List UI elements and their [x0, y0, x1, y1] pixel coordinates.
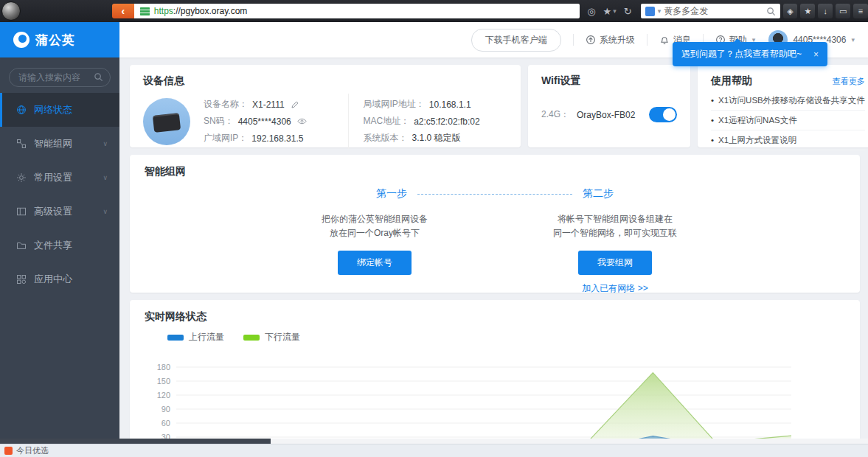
create-network-button[interactable]: 我要组网	[578, 251, 652, 275]
help-link[interactable]: •X1上网方式设置说明	[711, 130, 865, 150]
legend-downstream[interactable]: 下行流量	[243, 331, 300, 343]
sidebar-item-smart-networking[interactable]: 智能组网 ∨	[0, 127, 119, 161]
step2-label: 第二步	[583, 187, 614, 200]
sidebar-search	[9, 68, 111, 87]
step1-column: 把你的蒲公英智能组网设备放在同一个Oray帐号下 绑定帐号	[290, 212, 459, 295]
smart-networking-card: 智能组网 第一步 第二步 把你的蒲公英智能组网设备放在同一个Oray帐号下 绑定…	[130, 155, 860, 293]
sidebar-item-app-center[interactable]: 应用中心	[0, 262, 119, 296]
sidebar-item-common-settings[interactable]: 常用设置 ∨	[0, 161, 119, 195]
today-picks-link[interactable]: 今日优选	[16, 445, 49, 456]
smart-networking-title: 智能组网	[145, 165, 845, 178]
folder-icon	[16, 240, 27, 251]
chevron-down-icon: ∨	[103, 174, 108, 181]
lan-ip-row: 局域网IP地址： 10.168.1.1	[364, 98, 508, 111]
edit-pencil-icon[interactable]	[291, 100, 299, 109]
page-footer: 今日优选	[0, 444, 868, 457]
dandelion-logo-icon	[13, 32, 29, 48]
browser-chrome: ‹ https://pgybox.oray.com ◎ ★ ▾ ↻ ▾ 黄多多金…	[0, 0, 868, 22]
browser-back-button[interactable]: ‹	[112, 4, 134, 18]
wifi-toggle[interactable]	[649, 107, 677, 122]
refresh-icon[interactable]: ↻	[624, 6, 632, 17]
download-mobile-client-button[interactable]: 下载手机客户端	[471, 29, 561, 52]
svg-text:60: 60	[162, 419, 170, 428]
see-more-link[interactable]: 查看更多	[833, 76, 865, 87]
panel-icon	[16, 206, 27, 217]
bind-account-button[interactable]: 绑定帐号	[338, 251, 412, 275]
help-title: 使用帮助	[711, 74, 752, 88]
sidebar: 网络状态 智能组网 ∨ 常用设置 ∨ 高级设置 ∨ 文件共享 应用中心	[0, 57, 119, 439]
horizontal-scrollbar	[0, 439, 868, 444]
close-icon[interactable]: ×	[813, 49, 819, 60]
help-link[interactable]: •X1远程访问NAS文件	[711, 111, 865, 130]
help-link[interactable]: •X1访问USB外接移动存储设备共享文件	[711, 91, 865, 111]
header-divider	[647, 34, 647, 46]
wifi-ssid: OrayBox-FB02	[577, 110, 635, 120]
upgrade-icon	[586, 35, 596, 45]
chart-legend: 上行流量 下行流量	[167, 331, 845, 343]
header-divider	[573, 34, 574, 46]
steps-indicator: 第一步 第二步	[145, 187, 845, 200]
sidebar-item-file-sharing[interactable]: 文件共享	[0, 228, 119, 262]
browser-search-box[interactable]: ▾ 黄多多金发	[641, 4, 780, 18]
sidebar-item-network-status[interactable]: 网络状态	[0, 93, 119, 127]
device-info-title: 设备信息	[143, 74, 507, 88]
browser-search-text: 黄多多金发	[664, 5, 763, 18]
join-existing-network-link[interactable]: 加入已有网络 >>	[530, 282, 700, 295]
step2-column: 将帐号下智能组网设备组建在同一个智能网络，即可实现互联 我要组网 加入已有网络 …	[530, 212, 700, 295]
browser-menu-button[interactable]: ≡	[853, 4, 868, 18]
app-grid-icon	[16, 274, 27, 285]
network-nodes-icon	[16, 139, 27, 149]
tooltip-text: 遇到问题了？点我查看帮助吧~	[681, 48, 802, 60]
browser-download-button[interactable]: ↓	[818, 4, 833, 18]
svg-text:120: 120	[157, 391, 170, 400]
step1-label: 第一步	[376, 187, 407, 200]
search-icon[interactable]	[94, 72, 103, 82]
favorite-caret-icon[interactable]: ▾	[613, 7, 617, 15]
device-name-row: 设备名称： X1-2111	[204, 98, 348, 111]
system-upgrade-button[interactable]: 系统升级	[586, 34, 635, 46]
browser-extension-button-4[interactable]: ▭	[836, 4, 850, 18]
realtime-network-title: 实时网络状态	[145, 310, 845, 324]
brand-logo[interactable]: 蒲公英	[0, 22, 119, 57]
chevron-down-icon: ∨	[103, 208, 108, 215]
gear-icon	[16, 172, 27, 183]
steps-dashed-line	[417, 194, 572, 195]
wifi-settings-card: Wifi设置 2.4G： OrayBox-FB02	[528, 65, 690, 147]
site-safety-icon	[140, 7, 150, 16]
compatibility-icon[interactable]: ◎	[587, 6, 595, 17]
device-photo	[143, 98, 190, 145]
usage-help-card: 使用帮助 查看更多 •X1访问USB外接移动存储设备共享文件 •X1远程访问NA…	[698, 65, 868, 147]
firmware-row: 系统版本： 3.1.0 稳定版	[364, 132, 508, 144]
bell-icon	[659, 35, 670, 45]
chevron-down-icon: ∨	[103, 140, 108, 147]
browser-logo-icon	[1, 1, 21, 21]
browser-extension-button-2[interactable]: ★	[800, 4, 815, 18]
browser-extension-button-1[interactable]: ◈	[783, 4, 798, 18]
scrollbar-thumb[interactable]	[0, 439, 271, 444]
realtime-network-card: 实时网络状态 上行流量 下行流量 1801501209060300	[130, 300, 860, 457]
wan-ip-row: 广域网IP： 192.168.31.5	[204, 132, 348, 144]
today-picks-icon	[4, 447, 13, 455]
sidebar-item-advanced-settings[interactable]: 高级设置 ∨	[0, 195, 119, 228]
help-tooltip: 遇到问题了？点我查看帮助吧~ ×	[673, 42, 827, 66]
svg-text:150: 150	[157, 377, 170, 386]
favorite-star-icon[interactable]: ★	[603, 6, 612, 17]
legend-upstream[interactable]: 上行流量	[167, 331, 224, 343]
eye-icon[interactable]	[297, 117, 307, 125]
search-engine-icon[interactable]	[645, 7, 655, 16]
search-engine-caret-icon[interactable]: ▾	[658, 7, 662, 15]
wifi-band-label: 2.4G：	[541, 108, 569, 121]
svg-text:180: 180	[157, 363, 170, 371]
wifi-title: Wifi设置	[541, 74, 677, 88]
legend-swatch-icon	[243, 335, 260, 341]
sn-row: SN码： 4405****4306	[204, 115, 348, 128]
address-bar[interactable]: https://pgybox.oray.com	[134, 4, 580, 18]
device-info-card: 设备信息 设备名称： X1-2111 SN码： 4405****4306	[130, 65, 521, 147]
search-icon[interactable]	[766, 7, 776, 16]
svg-text:90: 90	[162, 405, 170, 414]
mac-row: MAC地址： a2:c5:f2:02:fb:02	[364, 115, 508, 128]
chevron-down-icon: ▾	[851, 36, 855, 43]
main-content: 设备信息 设备名称： X1-2111 SN码： 4405****4306	[119, 57, 868, 457]
legend-swatch-icon	[167, 335, 184, 341]
globe-icon	[16, 105, 27, 115]
